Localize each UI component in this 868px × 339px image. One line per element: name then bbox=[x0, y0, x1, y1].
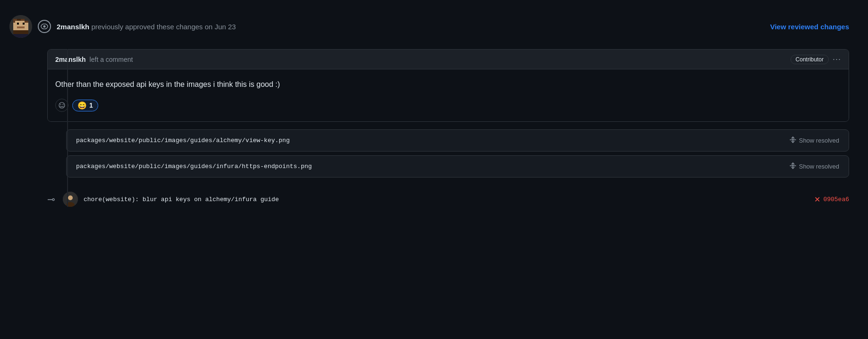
reviewer-name: 2manslkh bbox=[57, 23, 89, 31]
commit-hash: 0905ea6 bbox=[823, 196, 849, 203]
comment-body: Other than the exposed api keys in the i… bbox=[48, 69, 849, 121]
file-thread-2: packages/website/public/images/guides/in… bbox=[66, 155, 849, 178]
file-thread-1: packages/website/public/images/guides/al… bbox=[66, 129, 849, 152]
svg-rect-24 bbox=[17, 26, 25, 28]
svg-rect-10 bbox=[21, 21, 25, 23]
svg-rect-18 bbox=[23, 23, 25, 25]
eye-icon bbox=[38, 20, 51, 33]
view-changes-link[interactable]: View reviewed changes bbox=[770, 23, 849, 31]
svg-rect-2 bbox=[15, 19, 17, 21]
svg-rect-22 bbox=[13, 26, 15, 28]
reaction-count: 1 bbox=[89, 102, 93, 109]
commit-right: ✕ 0905ea6 bbox=[814, 195, 849, 204]
contributor-badge: Contributor bbox=[791, 55, 829, 64]
svg-point-36 bbox=[68, 195, 73, 200]
commit-graph-icon: ⊸ bbox=[47, 194, 55, 205]
reviewer-action-text: previously approved these changes on Jun… bbox=[91, 23, 236, 31]
svg-rect-26 bbox=[26, 26, 28, 28]
svg-rect-1 bbox=[13, 19, 15, 21]
svg-rect-5 bbox=[21, 19, 23, 21]
svg-rect-3 bbox=[17, 19, 19, 21]
add-reaction-button[interactable] bbox=[55, 99, 68, 112]
svg-point-33 bbox=[60, 104, 61, 105]
comment-action-text: left a comment bbox=[90, 56, 133, 63]
svg-rect-7 bbox=[13, 21, 15, 23]
svg-rect-28 bbox=[13, 30, 28, 34]
file-path-2: packages/website/public/images/guides/in… bbox=[76, 163, 312, 170]
comment-author: 2manslkh bbox=[55, 56, 86, 63]
more-options-button[interactable]: ··· bbox=[833, 54, 841, 64]
show-resolved-icon-1 bbox=[790, 136, 796, 144]
svg-rect-29 bbox=[13, 34, 28, 38]
svg-rect-8 bbox=[15, 21, 17, 23]
grinning-reaction[interactable]: 😄 1 bbox=[72, 100, 98, 111]
svg-rect-14 bbox=[15, 23, 17, 25]
svg-rect-27 bbox=[13, 28, 28, 30]
reviewer-description: 2manslkh previously approved these chang… bbox=[57, 23, 236, 31]
show-resolved-label-1: Show resolved bbox=[799, 137, 839, 144]
svg-rect-17 bbox=[21, 23, 23, 25]
file-threads: packages/website/public/images/guides/al… bbox=[66, 129, 849, 178]
reactions: 😄 1 bbox=[55, 99, 841, 112]
timeline-line bbox=[67, 49, 68, 207]
svg-rect-13 bbox=[13, 23, 15, 25]
svg-rect-15 bbox=[17, 23, 19, 25]
comment-header: 2manslkh left a comment Contributor ··· bbox=[48, 50, 849, 69]
show-resolved-button-2[interactable]: Show resolved bbox=[790, 162, 839, 170]
svg-point-31 bbox=[43, 25, 46, 28]
commit-row: ⊸ chore(website): blur api keys on alche… bbox=[47, 185, 849, 207]
svg-rect-11 bbox=[25, 21, 26, 23]
reaction-emoji-icon: 😄 bbox=[77, 101, 87, 110]
reviewer-row: 2manslkh previously approved these chang… bbox=[9, 9, 849, 45]
commit-message: chore(website): blur api keys on alchemy… bbox=[84, 196, 279, 203]
comment-text: Other than the exposed api keys in the i… bbox=[55, 79, 841, 90]
file-path-1: packages/website/public/images/guides/al… bbox=[76, 137, 289, 144]
svg-rect-21 bbox=[13, 25, 28, 26]
svg-rect-16 bbox=[19, 23, 21, 25]
svg-rect-9 bbox=[17, 21, 21, 23]
comment-card: 2manslkh left a comment Contributor ··· … bbox=[47, 49, 849, 122]
svg-rect-20 bbox=[26, 23, 28, 25]
svg-rect-23 bbox=[15, 26, 17, 28]
commit-avatar bbox=[63, 192, 78, 207]
commit-left: ⊸ chore(website): blur api keys on alche… bbox=[47, 192, 279, 207]
svg-rect-6 bbox=[23, 19, 25, 21]
comment-header-right: Contributor ··· bbox=[791, 54, 841, 64]
commit-status-icon: ✕ bbox=[814, 195, 820, 204]
svg-rect-19 bbox=[25, 23, 26, 25]
svg-rect-25 bbox=[25, 26, 26, 28]
avatar bbox=[9, 15, 32, 38]
svg-point-34 bbox=[63, 104, 64, 105]
svg-rect-4 bbox=[19, 19, 21, 21]
show-resolved-icon-2 bbox=[790, 162, 796, 170]
svg-point-32 bbox=[59, 102, 65, 108]
show-resolved-label-2: Show resolved bbox=[799, 163, 839, 170]
show-resolved-button-1[interactable]: Show resolved bbox=[790, 136, 839, 144]
reviewer-left: 2manslkh previously approved these chang… bbox=[9, 15, 236, 38]
svg-rect-12 bbox=[26, 21, 28, 23]
